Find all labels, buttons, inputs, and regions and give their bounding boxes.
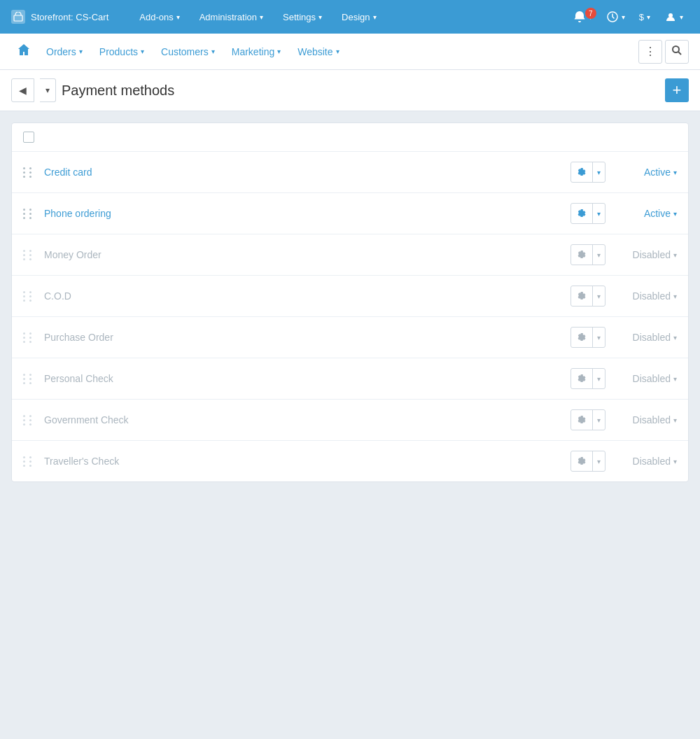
payment-row: Government Check ▾Disabled▾ — [12, 400, 688, 441]
secondary-nav: Orders ▾ Products ▾ Customers ▾ Marketin… — [0, 34, 700, 70]
back-arrow-icon: ◀ — [19, 85, 27, 96]
gear-button[interactable]: ▾ — [570, 327, 606, 348]
drag-handle-icon — [23, 250, 33, 260]
customers-nav[interactable]: Customers ▾ — [154, 42, 222, 62]
storefront-label[interactable]: Storefront: CS-Cart — [11, 10, 108, 24]
payment-method-name: Government Check — [44, 414, 562, 425]
status-dropdown-button[interactable]: Active▾ — [614, 167, 677, 178]
orders-nav[interactable]: Orders ▾ — [39, 42, 90, 62]
search-icon — [671, 45, 682, 59]
settings-menu[interactable]: Settings ▾ — [274, 8, 330, 27]
gear-dropdown-icon: ▾ — [593, 451, 605, 471]
topbar-nav: Add-ons ▾ Administration ▾ Settings ▾ De… — [131, 8, 556, 27]
design-menu[interactable]: Design ▾ — [333, 8, 384, 27]
products-caret-icon: ▾ — [141, 48, 144, 55]
status-label: Disabled — [633, 373, 671, 384]
status-label: Active — [644, 208, 671, 219]
gear-button[interactable]: ▾ — [570, 203, 606, 224]
currency-caret-icon: ▾ — [647, 13, 650, 21]
administration-menu[interactable]: Administration ▾ — [191, 8, 272, 27]
payment-row: Personal Check ▾Disabled▾ — [12, 358, 688, 400]
select-all-row — [12, 123, 688, 152]
payment-method-name: C.O.D — [44, 290, 562, 302]
drag-handle-icon — [23, 167, 33, 178]
payment-row: Purchase Order ▾Disabled▾ — [12, 317, 688, 358]
status-caret-icon: ▾ — [673, 334, 677, 342]
gear-button[interactable]: ▾ — [570, 368, 606, 389]
status-dropdown-button[interactable]: Disabled▾ — [614, 332, 677, 343]
svg-line-4 — [678, 52, 681, 55]
gear-dropdown-icon: ▾ — [593, 162, 605, 182]
back-button[interactable]: ◀ — [11, 78, 34, 102]
status-caret-icon: ▾ — [673, 416, 677, 424]
status-dropdown-button[interactable]: Disabled▾ — [614, 456, 677, 467]
marketing-nav[interactable]: Marketing ▾ — [225, 42, 288, 62]
gear-dropdown-icon: ▾ — [593, 410, 605, 430]
gear-icon — [571, 369, 593, 388]
gear-dropdown-icon: ▾ — [593, 204, 605, 223]
status-dropdown-button[interactable]: Disabled▾ — [614, 373, 677, 384]
user-caret-icon: ▾ — [680, 13, 683, 21]
payment-method-name: Credit card — [44, 167, 562, 178]
notifications-button[interactable]: 7 ▾ — [568, 6, 598, 27]
addons-caret-icon: ▾ — [176, 13, 180, 21]
gear-button[interactable]: ▾ — [570, 409, 606, 430]
products-nav[interactable]: Products ▾ — [92, 42, 151, 62]
gear-icon — [571, 328, 593, 347]
payment-row: Phone ordering ▾Active▾ — [12, 193, 688, 234]
svg-rect-0 — [14, 15, 22, 21]
payment-method-name: Purchase Order — [44, 332, 562, 343]
nav-dropdown-button[interactable]: ▾ — [40, 78, 56, 102]
home-button[interactable] — [11, 40, 36, 63]
design-caret-icon: ▾ — [373, 13, 377, 21]
more-options-button[interactable]: ⋮ — [638, 40, 662, 64]
status-dropdown-button[interactable]: Disabled▾ — [614, 290, 677, 302]
gear-icon — [571, 451, 593, 471]
gear-button[interactable]: ▾ — [570, 286, 606, 307]
main-content: Credit card ▾Active▾Phone ordering ▾Acti… — [0, 111, 700, 493]
gear-dropdown-icon: ▾ — [593, 328, 605, 347]
drag-handle-icon — [23, 374, 33, 384]
add-payment-button[interactable]: + — [665, 78, 689, 102]
svg-point-3 — [673, 46, 679, 52]
status-dropdown-button[interactable]: Disabled▾ — [614, 249, 677, 260]
website-nav[interactable]: Website ▾ — [290, 42, 346, 62]
page-header: ◀ ▾ Payment methods + — [0, 70, 700, 111]
addons-menu[interactable]: Add-ons ▾ — [131, 8, 188, 27]
bell-button[interactable]: ▾ — [601, 6, 631, 27]
status-dropdown-button[interactable]: Disabled▾ — [614, 414, 677, 425]
marketing-caret-icon: ▾ — [277, 48, 281, 55]
drag-handle-icon — [23, 415, 33, 425]
user-button[interactable]: ▾ — [659, 6, 689, 27]
status-caret-icon: ▾ — [673, 458, 677, 465]
gear-icon — [571, 286, 593, 306]
gear-icon — [571, 245, 593, 265]
customers-caret-icon: ▾ — [211, 48, 215, 55]
status-label: Disabled — [633, 332, 671, 343]
sec-nav-right: ⋮ — [638, 40, 689, 64]
payment-method-name: Phone ordering — [44, 208, 562, 219]
status-label: Disabled — [633, 249, 671, 260]
page-title: Payment methods — [62, 83, 659, 99]
search-button[interactable] — [665, 40, 689, 64]
status-caret-icon: ▾ — [673, 169, 677, 176]
currency-button[interactable]: $ ▾ — [634, 8, 656, 27]
gear-button[interactable]: ▾ — [570, 451, 606, 472]
gear-dropdown-icon: ▾ — [593, 369, 605, 388]
nav-dropdown-icon: ▾ — [46, 85, 50, 95]
bell-caret-icon: ▾ — [622, 13, 625, 21]
orders-caret-icon: ▾ — [79, 48, 83, 55]
settings-caret-icon: ▾ — [318, 13, 322, 21]
payment-methods-card: Credit card ▾Active▾Phone ordering ▾Acti… — [11, 122, 689, 482]
select-all-checkbox[interactable] — [23, 132, 34, 143]
drag-handle-icon — [23, 456, 33, 467]
gear-button[interactable]: ▾ — [570, 162, 606, 183]
payment-method-name: Money Order — [44, 249, 562, 260]
payment-methods-list: Credit card ▾Active▾Phone ordering ▾Acti… — [12, 152, 688, 481]
status-label: Disabled — [633, 456, 671, 467]
gear-icon — [571, 410, 593, 430]
status-dropdown-button[interactable]: Active▾ — [614, 208, 677, 219]
gear-button[interactable]: ▾ — [570, 244, 606, 265]
status-caret-icon: ▾ — [673, 375, 677, 383]
topbar-icons: 7 ▾ ▾ $ ▾ ▾ — [568, 6, 689, 27]
